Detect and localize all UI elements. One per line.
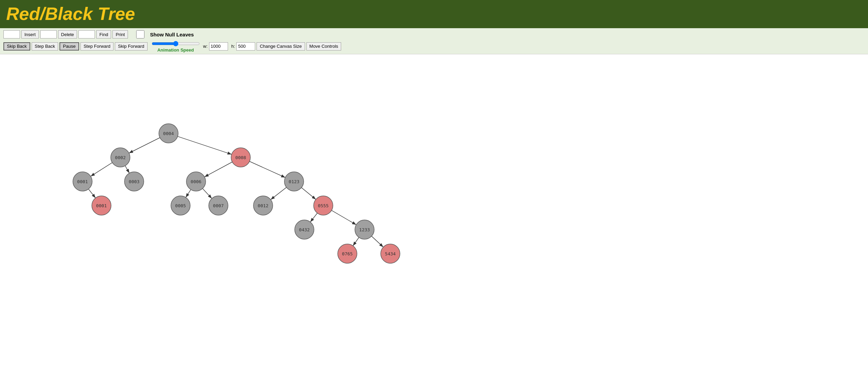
insert-button[interactable]: Insert (21, 30, 39, 38)
h-input[interactable] (236, 42, 255, 51)
tree-node-0008: 0008 (231, 148, 250, 167)
animation-speed-label: Animation Speed (157, 47, 194, 53)
svg-text:0555: 0555 (318, 203, 328, 208)
skip-forward-button[interactable]: Skip Forward (115, 42, 148, 51)
svg-line-10 (271, 187, 286, 200)
svg-text:1233: 1233 (359, 227, 370, 232)
tree-node-0001: 0001 (92, 196, 111, 215)
svg-text:0007: 0007 (213, 203, 224, 208)
svg-line-14 (353, 237, 359, 246)
tree-node-0123: 0123 (284, 172, 304, 191)
tree-node-0007: 0007 (209, 196, 228, 215)
delete-button[interactable]: Delete (58, 30, 77, 38)
svg-text:0012: 0012 (258, 203, 268, 208)
svg-text:0004: 0004 (163, 131, 174, 136)
w-label: w: (203, 44, 208, 49)
tree-node-0002: 0002 (111, 148, 130, 167)
tree-node-0001: 0001 (73, 172, 92, 191)
svg-text:0765: 0765 (342, 251, 352, 256)
svg-line-1 (129, 138, 160, 153)
svg-line-2 (178, 136, 232, 154)
svg-line-12 (310, 213, 317, 222)
tree-node-0555: 0555 (314, 196, 333, 215)
svg-text:0001: 0001 (96, 203, 107, 208)
svg-line-8 (186, 190, 191, 198)
svg-line-15 (371, 236, 383, 247)
animation-speed-control: Animation Speed (152, 40, 200, 53)
svg-line-7 (88, 189, 95, 198)
print-button[interactable]: Print (112, 30, 128, 38)
step-back-button[interactable]: Step Back (32, 42, 58, 51)
tree-node-0765: 0765 (338, 244, 357, 263)
svg-text:0008: 0008 (235, 155, 246, 160)
tree-node-0003: 0003 (124, 172, 144, 191)
svg-line-3 (91, 163, 112, 176)
skip-back-button[interactable]: Skip Back (3, 42, 30, 51)
svg-line-4 (125, 166, 129, 173)
tree-node-0004: 0004 (159, 124, 178, 143)
svg-text:0123: 0123 (289, 179, 299, 184)
show-null-leaves-checkbox[interactable] (132, 30, 149, 38)
animation-speed-slider[interactable] (152, 40, 200, 47)
svg-line-13 (332, 210, 356, 225)
tree-node-0012: 0012 (253, 196, 273, 215)
find-button[interactable]: Find (96, 30, 111, 38)
w-input[interactable] (209, 42, 228, 51)
svg-text:0002: 0002 (115, 155, 126, 160)
header: Red/Black Tree (0, 0, 868, 28)
tree-node-1233: 1233 (355, 220, 374, 239)
svg-text:0003: 0003 (129, 179, 139, 184)
step-forward-button[interactable]: Step Forward (80, 42, 113, 51)
toolbar: Insert Delete Find Print Show Null Leave… (0, 28, 868, 54)
svg-text:0432: 0432 (299, 227, 310, 232)
move-controls-button[interactable]: Move Controls (306, 42, 341, 51)
tree-svg: 0004000200080001000300060123000100050007… (0, 54, 868, 336)
h-label: h: (231, 44, 235, 49)
svg-text:0005: 0005 (175, 203, 186, 208)
tree-node-5434: 5434 (381, 244, 400, 263)
page-title: Red/Black Tree (6, 3, 862, 24)
svg-line-11 (302, 188, 316, 199)
tree-node-0432: 0432 (295, 220, 314, 239)
canvas-area: 0004000200080001000300060123000100050007… (0, 54, 868, 336)
svg-text:5434: 5434 (385, 251, 395, 256)
tree-node-0005: 0005 (171, 196, 190, 215)
delete-input[interactable] (40, 30, 57, 38)
svg-line-9 (203, 189, 212, 199)
show-null-leaves-label[interactable]: Show Null Leaves (132, 30, 194, 38)
find-input[interactable] (78, 30, 95, 38)
svg-line-5 (205, 162, 232, 177)
insert-input[interactable] (3, 30, 20, 38)
svg-line-6 (250, 162, 285, 178)
pause-button[interactable]: Pause (59, 42, 79, 51)
tree-node-0006: 0006 (186, 172, 206, 191)
svg-text:0001: 0001 (77, 179, 88, 184)
change-canvas-size-button[interactable]: Change Canvas Size (257, 42, 305, 51)
svg-text:0006: 0006 (191, 179, 201, 184)
